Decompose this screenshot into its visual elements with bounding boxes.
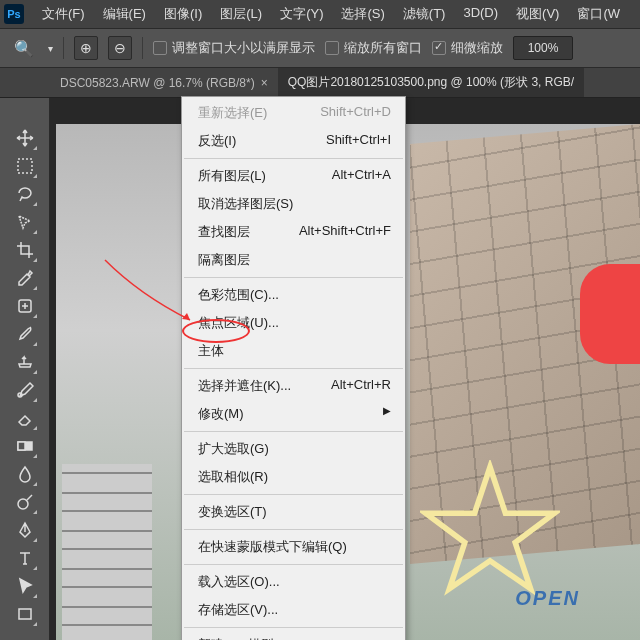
gradient-tool-icon[interactable] [13,434,37,458]
close-icon[interactable]: × [261,76,268,90]
menu-separator [184,494,403,495]
toolbox [0,98,50,640]
menu-item-label: 选取相似(R) [198,468,268,486]
menu-separator [184,431,403,432]
menu-item[interactable]: 主体 [182,337,405,365]
document-tab-active[interactable]: QQ图片20180125103500.png @ 100% (形状 3, RGB… [278,68,584,97]
menu-item-label: 选择并遮住(K)... [198,377,291,395]
menu-image[interactable]: 图像(I) [156,2,210,26]
fit-screen-option[interactable]: 调整窗口大小以满屏显示 [153,39,315,57]
tab-label: QQ图片20180125103500.png @ 100% (形状 3, RGB… [288,74,574,91]
menu-window[interactable]: 窗口(W [569,2,628,26]
menu-item-shortcut: Alt+Ctrl+A [332,167,391,185]
menu-item-label: 扩大选取(G) [198,440,269,458]
menu-item[interactable]: 色彩范围(C)... [182,281,405,309]
menu-layer[interactable]: 图层(L) [212,2,270,26]
options-bar: 🔍 ▾ ⊕ ⊖ 调整窗口大小以满屏显示 缩放所有窗口 细微缩放 [0,28,640,68]
zoom-out-button[interactable]: ⊖ [108,36,132,60]
menu-item[interactable]: 载入选区(O)... [182,568,405,596]
type-tool-icon[interactable] [13,546,37,570]
document-tab[interactable]: DSC05823.ARW @ 16.7% (RGB/8*) × [50,70,278,96]
menu-item[interactable]: 焦点区域(U)... [182,309,405,337]
history-brush-tool-icon[interactable] [13,378,37,402]
menu-view[interactable]: 视图(V) [508,2,567,26]
menu-item-label: 新建 3D 模型(3) [198,636,290,640]
menu-item[interactable]: 扩大选取(G) [182,435,405,463]
checkbox-icon[interactable] [325,41,339,55]
heart-graphic [580,264,640,364]
zoom-all-label: 缩放所有窗口 [344,39,422,57]
menu-item[interactable]: 隔离图层 [182,246,405,274]
svg-point-5 [18,499,28,509]
zoom-tool-icon[interactable]: 🔍 [10,37,38,60]
menu-separator [184,368,403,369]
menu-item-label: 所有图层(L) [198,167,266,185]
menu-item-label: 焦点区域(U)... [198,314,279,332]
menu-item-shortcut: Shift+Ctrl+I [326,132,391,150]
menu-item: 重新选择(E)Shift+Ctrl+D [182,99,405,127]
menu-item-label: 色彩范围(C)... [198,286,279,304]
zoom-percentage-input[interactable] [513,36,573,60]
move-tool-icon[interactable] [13,126,37,150]
menu-item[interactable]: 变换选区(T) [182,498,405,526]
eraser-tool-icon[interactable] [13,406,37,430]
menu-edit[interactable]: 编辑(E) [95,2,154,26]
title-bar: Ps 文件(F) 编辑(E) 图像(I) 图层(L) 文字(Y) 选择(S) 滤… [0,0,640,28]
menu-separator [184,277,403,278]
marquee-tool-icon[interactable] [13,154,37,178]
menu-item[interactable]: 取消选择图层(S) [182,190,405,218]
select-menu-dropdown: 重新选择(E)Shift+Ctrl+D反选(I)Shift+Ctrl+I所有图层… [181,96,406,640]
menu-item-shortcut: ▶ [383,405,391,423]
path-select-tool-icon[interactable] [13,574,37,598]
quick-select-tool-icon[interactable] [13,210,37,234]
healing-brush-tool-icon[interactable] [13,294,37,318]
menu-item-label: 反选(I) [198,132,236,150]
checkbox-checked-icon[interactable] [432,41,446,55]
menu-item-label: 存储选区(V)... [198,601,278,619]
menu-file[interactable]: 文件(F) [34,2,93,26]
divider [142,37,143,59]
clone-stamp-tool-icon[interactable] [13,350,37,374]
menu-select[interactable]: 选择(S) [333,2,392,26]
menu-item-label: 取消选择图层(S) [198,195,293,213]
menu-item[interactable]: 存储选区(V)... [182,596,405,624]
menu-separator [184,564,403,565]
zoom-in-button[interactable]: ⊕ [74,36,98,60]
menu-item[interactable]: 查找图层Alt+Shift+Ctrl+F [182,218,405,246]
blur-tool-icon[interactable] [13,462,37,486]
menu-item[interactable]: 所有图层(L)Alt+Ctrl+A [182,162,405,190]
eyedropper-tool-icon[interactable] [13,266,37,290]
menu-3d[interactable]: 3D(D) [455,2,506,26]
chevron-down-icon[interactable]: ▾ [48,43,53,54]
lasso-tool-icon[interactable] [13,182,37,206]
crop-tool-icon[interactable] [13,238,37,262]
zoom-all-option[interactable]: 缩放所有窗口 [325,39,422,57]
menu-item[interactable]: 新建 3D 模型(3) [182,631,405,640]
dodge-tool-icon[interactable] [13,490,37,514]
document-tab-bar: DSC05823.ARW @ 16.7% (RGB/8*) × QQ图片2018… [0,68,640,98]
menu-item[interactable]: 选取相似(R) [182,463,405,491]
scrubby-zoom-option[interactable]: 细微缩放 [432,39,503,57]
menu-bar: 文件(F) 编辑(E) 图像(I) 图层(L) 文字(Y) 选择(S) 滤镜(T… [34,2,628,26]
menu-item-label: 修改(M) [198,405,244,423]
checkbox-icon[interactable] [153,41,167,55]
menu-type[interactable]: 文字(Y) [272,2,331,26]
menu-item-label: 主体 [198,342,224,360]
menu-item-shortcut: Alt+Shift+Ctrl+F [299,223,391,241]
menu-filter[interactable]: 滤镜(T) [395,2,454,26]
open-sign-text: OPEN [515,587,580,610]
divider [63,37,64,59]
pen-tool-icon[interactable] [13,518,37,542]
menu-item[interactable]: 在快速蒙版模式下编辑(Q) [182,533,405,561]
app-logo: Ps [4,4,24,24]
menu-item[interactable]: 反选(I)Shift+Ctrl+I [182,127,405,155]
menu-item-label: 载入选区(O)... [198,573,280,591]
menu-item-label: 变换选区(T) [198,503,267,521]
menu-item[interactable]: 选择并遮住(K)...Alt+Ctrl+R [182,372,405,400]
svg-marker-7 [426,467,555,589]
rectangle-tool-icon[interactable] [13,602,37,626]
brush-tool-icon[interactable] [13,322,37,346]
star-sign-graphic: OPEN [400,460,580,610]
menu-item[interactable]: 修改(M)▶ [182,400,405,428]
fit-screen-label: 调整窗口大小以满屏显示 [172,39,315,57]
